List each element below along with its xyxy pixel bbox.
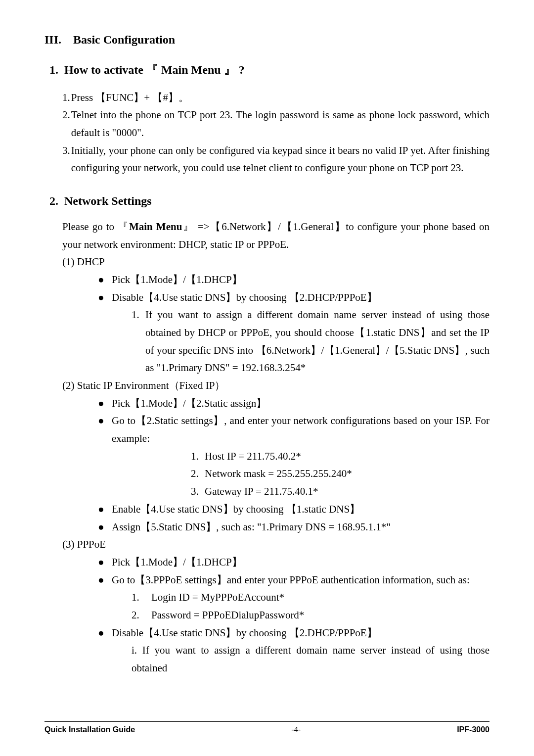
activate-3-text: Initially, your phone can only be config… bbox=[71, 142, 490, 177]
activate-body: 1. Press 【FUNC】+ 【#】。 2. Telnet into the… bbox=[62, 89, 490, 177]
static-e3-text: Gateway IP = 211.75.40.1* bbox=[205, 483, 318, 501]
bullet-icon: ● bbox=[98, 624, 112, 642]
bullet-icon: ● bbox=[98, 501, 112, 519]
bullet-icon: ● bbox=[98, 571, 112, 589]
activate-1-text: Press 【FUNC】+ 【#】。 bbox=[71, 89, 189, 107]
pppoe-b1-text: Pick【1.Mode】/【1.DHCP】 bbox=[112, 554, 242, 571]
static-b2-text: Go to【2.Static settings】, and enter your… bbox=[112, 412, 490, 447]
activate-1a: Press bbox=[71, 92, 96, 103]
sub1-quote-open: 『 bbox=[146, 63, 158, 76]
sub2-number: 2. bbox=[49, 194, 58, 207]
activate-1b: 【FUNC】+ 【#】。 bbox=[95, 92, 189, 103]
pppoe-n2-num: 2. bbox=[132, 607, 151, 624]
activate-2-text: Telnet into the phone on TCP port 23. Th… bbox=[71, 106, 490, 142]
page: III. Basic Configuration 1. How to activ… bbox=[0, 0, 534, 756]
section-title: Basic Configuration bbox=[73, 33, 175, 46]
pppoe-bullet-3: ● Disable【4.Use static DNS】by choosing 【… bbox=[98, 624, 490, 642]
subsection-2-heading: 2. Network Settings bbox=[49, 191, 490, 211]
static-e2-text: Network mask = 255.255.255.240* bbox=[205, 465, 352, 483]
bullet-icon: ● bbox=[98, 412, 112, 447]
footer-left: Quick Installation Guide bbox=[44, 723, 135, 736]
bullet-icon: ● bbox=[98, 289, 112, 307]
pppoe-n1-text: Login ID = MyPPPoEAccount* bbox=[151, 589, 284, 607]
dhcp-n1-text: If you want to assign a different domain… bbox=[145, 306, 490, 377]
activate-1-num: 1. bbox=[62, 89, 70, 107]
dhcp-b2-text: Disable【4.Use static DNS】by choosing 【2.… bbox=[112, 289, 377, 307]
sub1-title-prefix: How to activate bbox=[64, 63, 146, 76]
dhcp-inner-1: 1. If you want to assign a different dom… bbox=[132, 306, 490, 377]
section-heading: III. Basic Configuration bbox=[44, 30, 490, 50]
bullet-icon: ● bbox=[98, 554, 112, 571]
page-footer: Quick Installation Guide -4- IPF-3000 bbox=[44, 721, 490, 736]
static-bullet-2: ● Go to【2.Static settings】, and enter yo… bbox=[98, 412, 490, 447]
static-heading: (2) Static IP Environment（Fixed IP） bbox=[62, 377, 490, 395]
bullet-icon: ● bbox=[98, 519, 112, 536]
intro-bold: Main Menu bbox=[129, 221, 182, 233]
pppoe-bullet-1: ● Pick【1.Mode】/【1.DHCP】 bbox=[98, 554, 490, 571]
pppoe-n1-num: 1. bbox=[132, 589, 151, 607]
pppoe-b2-text: Go to【3.PPPoE settings】and enter your PP… bbox=[112, 571, 470, 589]
dhcp-n1-num: 1. bbox=[132, 306, 145, 377]
pppoe-n2-text: Password = PPPoEDialupPassword* bbox=[151, 607, 304, 624]
static-bullet-3: ● Enable【4.Use static DNS】by choosing 【1… bbox=[98, 501, 490, 519]
static-b3-text: Enable【4.Use static DNS】by choosing 【1.s… bbox=[112, 501, 360, 519]
sub1-number: 1. bbox=[49, 63, 58, 76]
static-e2-num: 2. bbox=[191, 465, 205, 483]
footer-right: IPF-3000 bbox=[457, 723, 490, 736]
static-e1-text: Host IP = 211.75.40.2* bbox=[205, 448, 301, 466]
pppoe-bullet-2: ● Go to【3.PPPoE settings】and enter your … bbox=[98, 571, 490, 589]
activate-2-num: 2. bbox=[62, 106, 70, 142]
network-intro: Please go to 『Main Menu』 =>【6.Network】/【… bbox=[62, 218, 490, 253]
activate-item-1: 1. Press 【FUNC】+ 【#】。 bbox=[62, 89, 490, 107]
activate-item-2: 2. Telnet into the phone on TCP port 23.… bbox=[62, 106, 490, 142]
static-example-2: 2. Network mask = 255.255.255.240* bbox=[191, 465, 490, 483]
section-number: III. bbox=[44, 33, 61, 46]
intro-a: Please go to 『 bbox=[62, 221, 129, 233]
dhcp-heading: (1) DHCP bbox=[62, 253, 490, 271]
activate-3-num: 3. bbox=[62, 142, 70, 177]
static-bullet-1: ● Pick【1.Mode】/【2.Static assign】 bbox=[98, 395, 490, 413]
pppoe-i-note: i. If you want to assign a different dom… bbox=[132, 642, 490, 677]
dhcp-bullet-2: ● Disable【4.Use static DNS】by choosing 【… bbox=[98, 289, 490, 307]
pppoe-heading: (3) PPPoE bbox=[62, 536, 490, 554]
network-body: Please go to 『Main Menu』 =>【6.Network】/【… bbox=[62, 218, 490, 677]
pppoe-example-1: 1. Login ID = MyPPPoEAccount* bbox=[132, 589, 490, 607]
static-b1-text: Pick【1.Mode】/【2.Static assign】 bbox=[112, 395, 267, 413]
activate-item-3: 3. Initially, your phone can only be con… bbox=[62, 142, 490, 177]
static-example-1: 1. Host IP = 211.75.40.2* bbox=[191, 448, 490, 466]
pppoe-b3-text: Disable【4.Use static DNS】by choosing 【2.… bbox=[112, 624, 377, 642]
static-e3-num: 3. bbox=[191, 483, 205, 501]
dhcp-b1-text: Pick【1.Mode】/【1.DHCP】 bbox=[112, 271, 242, 289]
bullet-icon: ● bbox=[98, 395, 112, 413]
pppoe-example-2: 2. Password = PPPoEDialupPassword* bbox=[132, 607, 490, 624]
static-bullet-4: ● Assign【5.Static DNS】, such as: "1.Prim… bbox=[98, 519, 490, 536]
sub2-title: Network Settings bbox=[64, 194, 152, 207]
dhcp-bullet-1: ● Pick【1.Mode】/【1.DHCP】 bbox=[98, 271, 490, 289]
static-e1-num: 1. bbox=[191, 448, 205, 466]
static-b4-text: Assign【5.Static DNS】, such as: "1.Primar… bbox=[112, 519, 391, 536]
sub1-title-bold: Main Menu bbox=[161, 63, 221, 76]
sub1-quote-close: 』 bbox=[224, 63, 236, 76]
footer-page-number: -4- bbox=[291, 723, 301, 736]
subsection-1-heading: 1. How to activate 『 Main Menu 』 ? bbox=[49, 60, 490, 80]
sub1-title-suffix: ? bbox=[239, 63, 245, 76]
static-example-3: 3. Gateway IP = 211.75.40.1* bbox=[191, 483, 490, 501]
bullet-icon: ● bbox=[98, 271, 112, 289]
